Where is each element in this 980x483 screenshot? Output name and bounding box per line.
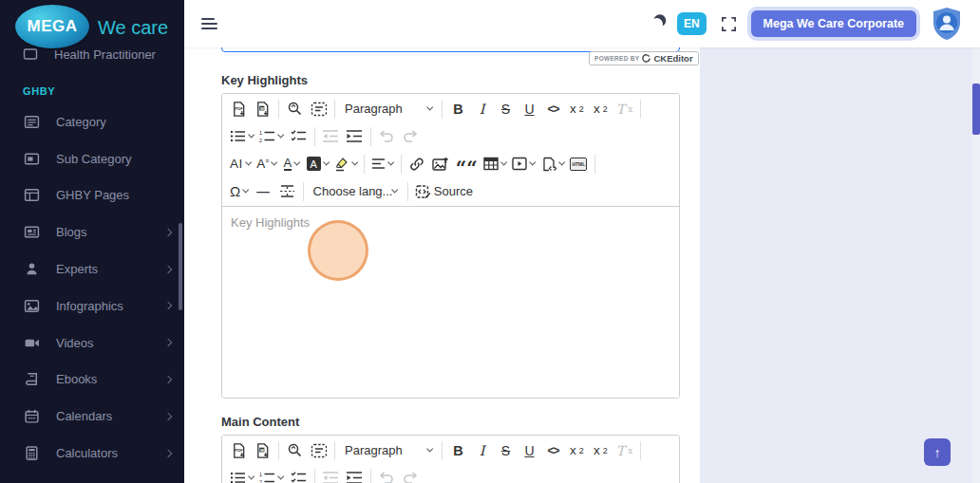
sidebar-item-calculators[interactable]: Calculators bbox=[0, 435, 184, 472]
insert-table-dropdown[interactable] bbox=[481, 153, 509, 176]
paragraph-style-dropdown[interactable]: Paragraph bbox=[339, 98, 438, 121]
source-button[interactable]: Source bbox=[412, 180, 476, 203]
app-logo[interactable]: MEGA We care bbox=[0, 0, 184, 47]
svg-text:2: 2 bbox=[259, 138, 262, 143]
paragraph-style-dropdown[interactable]: Paragraph bbox=[339, 439, 438, 462]
italic-button[interactable]: I bbox=[470, 439, 494, 462]
sidebar-item-label: Category bbox=[56, 115, 171, 129]
export-pdf-button[interactable]: PDF bbox=[227, 98, 251, 121]
experts-icon bbox=[23, 261, 40, 277]
numbered-list-button[interactable]: 12 bbox=[256, 125, 286, 148]
tenant-button[interactable]: Mega We Care Corporate bbox=[751, 10, 916, 37]
redo-button[interactable] bbox=[399, 125, 423, 148]
sidebar-item-calendars[interactable]: Calendars bbox=[0, 398, 184, 435]
underline-button[interactable]: U bbox=[518, 439, 541, 462]
sidebar-item-blogs[interactable]: Blogs bbox=[0, 214, 184, 251]
strikethrough-button[interactable]: S bbox=[494, 98, 518, 121]
superscript-button[interactable]: x2 bbox=[589, 439, 612, 462]
font-color-dropdown[interactable]: A bbox=[280, 153, 304, 176]
indent-button[interactable] bbox=[343, 467, 367, 483]
sidebar-item-ghby-pages[interactable]: GHBY Pages bbox=[0, 177, 184, 214]
text-part-language-dropdown[interactable]: Choose lang... bbox=[308, 180, 404, 203]
todo-list-button[interactable] bbox=[287, 125, 311, 148]
chevron-down-icon bbox=[529, 158, 537, 166]
code-button[interactable]: <> bbox=[541, 439, 565, 462]
sidebar-item-experts[interactable]: Experts bbox=[0, 251, 184, 288]
todo-list-button[interactable] bbox=[287, 467, 311, 483]
sidebar-item-label: Health Practitioner bbox=[54, 47, 156, 62]
category-icon bbox=[23, 114, 40, 130]
bulleted-list-button[interactable] bbox=[227, 467, 256, 483]
chevron-down-icon bbox=[245, 158, 253, 166]
horizontal-line-button[interactable]: — bbox=[252, 180, 275, 203]
ckeditor-badge: POWERED BY CKEditor bbox=[589, 51, 699, 65]
font-size-dropdown[interactable]: AI bbox=[227, 153, 254, 176]
html-embed-button[interactable]: HTML bbox=[567, 153, 591, 176]
sidebar-scrollbar[interactable] bbox=[179, 223, 182, 310]
undo-button[interactable] bbox=[375, 125, 399, 148]
page-scrollbar-thumb[interactable] bbox=[972, 84, 980, 135]
bold-button[interactable]: B bbox=[446, 439, 470, 462]
page-break-button[interactable] bbox=[275, 180, 299, 203]
outdent-button[interactable] bbox=[319, 125, 343, 148]
bold-button[interactable]: B bbox=[446, 98, 470, 121]
remove-format-button[interactable]: Tx bbox=[612, 98, 636, 121]
insert-template-dropdown[interactable] bbox=[538, 153, 567, 176]
fullscreen-icon[interactable] bbox=[721, 16, 737, 32]
chevron-down-icon bbox=[557, 158, 565, 166]
export-pdf-button[interactable]: PDF bbox=[227, 439, 251, 462]
remove-format-button[interactable]: Tx bbox=[612, 439, 636, 462]
outdent-button[interactable] bbox=[319, 467, 343, 483]
special-characters-dropdown[interactable]: Ω bbox=[227, 180, 252, 203]
key-highlights-textarea[interactable]: Key Highlights bbox=[222, 207, 679, 398]
select-all-button[interactable] bbox=[307, 439, 330, 462]
chevron-down-icon bbox=[500, 158, 508, 166]
italic-button[interactable]: I bbox=[470, 98, 494, 121]
health-practitioner-icon bbox=[23, 46, 38, 62]
find-replace-button[interactable] bbox=[283, 98, 307, 121]
hamburger-menu-icon[interactable] bbox=[201, 14, 220, 32]
language-badge[interactable]: EN bbox=[677, 12, 707, 35]
topbar: EN Mega We Care Corporate bbox=[184, 0, 980, 47]
sidebar-item-videos[interactable]: Videos bbox=[0, 325, 184, 362]
chevron-down-icon bbox=[391, 186, 399, 194]
sidebar-item-label: Blogs bbox=[56, 225, 165, 239]
insert-media-dropdown[interactable] bbox=[509, 153, 537, 176]
editor-placeholder: Key Highlights bbox=[231, 215, 310, 230]
subscript-button[interactable]: x2 bbox=[565, 439, 589, 462]
strikethrough-button[interactable]: S bbox=[494, 439, 518, 462]
redo-button[interactable] bbox=[399, 467, 423, 483]
key-highlights-editor: PDF W Paragraph bbox=[221, 93, 680, 399]
underline-button[interactable]: U bbox=[518, 98, 541, 121]
sidebar-item-ebooks[interactable]: Ebooks bbox=[0, 362, 184, 399]
image-upload-button[interactable] bbox=[429, 153, 453, 176]
sidebar-item-label: GHBY Pages bbox=[56, 188, 171, 202]
form-panel: POWERED BY CKEditor Key Highlights PDF W bbox=[184, 47, 700, 483]
sidebar-section-ghby: GHBY bbox=[23, 85, 55, 97]
dark-mode-toggle-icon[interactable] bbox=[650, 16, 664, 30]
link-button[interactable] bbox=[405, 153, 429, 176]
key-highlights-label: Key Highlights bbox=[221, 73, 308, 87]
scroll-to-top-button[interactable]: ↑ bbox=[924, 438, 951, 466]
sidebar-item-label: Infographics bbox=[56, 299, 165, 313]
highlight-dropdown[interactable] bbox=[331, 153, 360, 176]
select-all-button[interactable] bbox=[307, 98, 330, 121]
block-quote-button[interactable]: ““ bbox=[453, 153, 481, 176]
user-avatar[interactable] bbox=[931, 7, 963, 41]
alignment-dropdown[interactable] bbox=[368, 153, 396, 176]
numbered-list-button[interactable]: 12 bbox=[256, 467, 286, 483]
sidebar-item-infographics[interactable]: Infographics bbox=[0, 288, 184, 325]
find-replace-button[interactable] bbox=[283, 439, 307, 462]
code-button[interactable]: <> bbox=[541, 98, 565, 121]
sidebar-item-sub-category[interactable]: Sub Category bbox=[0, 140, 184, 177]
undo-button[interactable] bbox=[375, 467, 399, 483]
indent-button[interactable] bbox=[343, 125, 367, 148]
subscript-button[interactable]: x2 bbox=[565, 98, 589, 121]
export-word-button[interactable]: W bbox=[251, 439, 274, 462]
bulleted-list-button[interactable] bbox=[227, 125, 256, 148]
font-background-color-dropdown[interactable]: A bbox=[304, 153, 331, 176]
font-family-dropdown[interactable]: A≡ bbox=[254, 153, 279, 176]
sidebar-item-category[interactable]: Category bbox=[0, 103, 184, 140]
export-word-button[interactable]: W bbox=[251, 98, 274, 121]
superscript-button[interactable]: x2 bbox=[589, 98, 612, 121]
